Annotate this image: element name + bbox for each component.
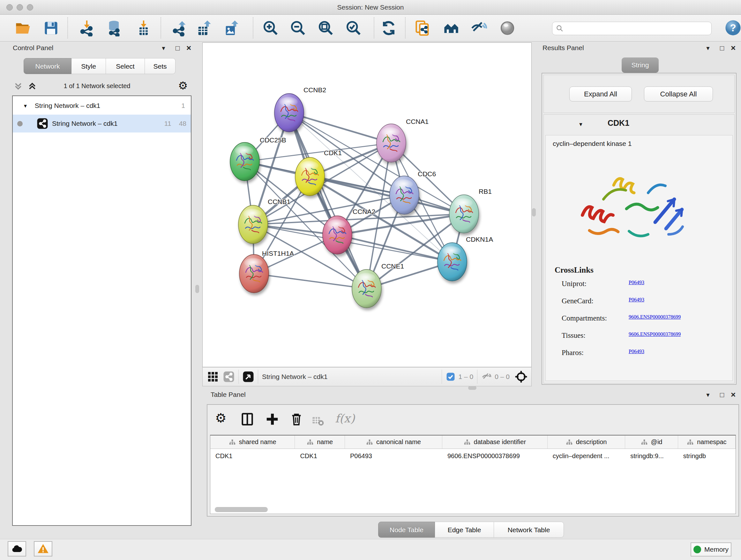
table-cell[interactable]: 9606.ENSP00000378699	[442, 449, 548, 463]
apply-layout-icon[interactable]	[381, 20, 397, 37]
table-header-cell[interactable]: @id	[625, 435, 678, 449]
network-graph[interactable]: CCNB2CCNA1CDC25BCDK1CDC6RB1CCNB1CCNA2CDK…	[203, 43, 531, 367]
table-cell[interactable]: CDK1	[210, 449, 295, 463]
add-column-icon[interactable]	[265, 412, 280, 427]
network-node-CDC25B[interactable]	[230, 142, 259, 181]
expand-all-button[interactable]: Expand All	[569, 86, 632, 102]
table-header-cell[interactable]: namespac	[678, 435, 736, 449]
network-edge[interactable]	[254, 273, 367, 289]
table-cell[interactable]: stringdb:9...	[625, 449, 678, 463]
node-table[interactable]: shared namenamecanonical namedatabase id…	[210, 435, 736, 514]
export-image-icon[interactable]	[223, 20, 240, 37]
save-session-icon[interactable]	[43, 20, 59, 37]
search-input[interactable]	[564, 25, 704, 32]
first-neighbors-icon[interactable]	[443, 20, 460, 37]
table-header-cell[interactable]: shared name	[210, 435, 295, 449]
tab-style[interactable]: Style	[71, 58, 106, 74]
new-network-from-selection-icon[interactable]	[414, 20, 431, 37]
table-options-gear-icon[interactable]: ⚙	[215, 411, 226, 425]
network-node-CDK1[interactable]	[295, 158, 325, 196]
import-network-icon[interactable]	[78, 20, 95, 37]
left-splitter-handle[interactable]	[195, 285, 199, 293]
tab-network-table[interactable]: Network Table	[494, 522, 564, 538]
selected-checkbox-icon[interactable]	[446, 372, 455, 381]
table-cell[interactable]: CDK1	[295, 449, 345, 463]
help-icon[interactable]: ?	[724, 19, 741, 37]
warning-icon[interactable]	[34, 541, 52, 557]
network-edge[interactable]	[289, 113, 367, 289]
network-node-CCNA2[interactable]	[323, 216, 352, 254]
crosslink-value-link[interactable]: P06493	[629, 349, 644, 354]
tab-node-table[interactable]: Node Table	[378, 522, 435, 538]
crosslink-value-link[interactable]: P06493	[629, 280, 644, 286]
network-node-CCNE1[interactable]	[352, 269, 381, 308]
grid-view-icon[interactable]	[207, 371, 219, 382]
function-builder-icon[interactable]: f(x)	[335, 412, 355, 425]
table-header-cell[interactable]: canonical name	[345, 435, 442, 449]
crosslink-value-link[interactable]: 9606.ENSP00000378699	[629, 314, 681, 320]
hidden-eye-icon[interactable]	[481, 371, 492, 382]
export-table-icon[interactable]	[196, 20, 212, 37]
panel-float-icon[interactable]: □	[720, 44, 724, 52]
crosshair-icon[interactable]	[515, 370, 528, 383]
export-network-icon[interactable]	[171, 20, 188, 37]
zoom-out-icon[interactable]	[290, 20, 307, 37]
hide-selected-icon[interactable]	[471, 20, 487, 37]
close-window-icon[interactable]	[6, 4, 13, 10]
collapse-triangle-icon[interactable]: ▼	[23, 103, 28, 109]
open-session-icon[interactable]	[15, 20, 31, 37]
horizontal-scrollbar[interactable]	[215, 507, 268, 512]
collapse-all-button[interactable]: Collapse All	[644, 86, 713, 102]
network-edge[interactable]	[337, 235, 452, 262]
network-options-gear-icon[interactable]: ⚙	[178, 79, 188, 92]
panel-close-icon[interactable]: ×	[731, 391, 736, 398]
network-node-CCNA1[interactable]	[377, 124, 406, 162]
network-node-HIST1H1A[interactable]	[239, 254, 269, 293]
network-node-CDKN1A[interactable]	[437, 243, 467, 281]
import-table-icon[interactable]	[135, 20, 152, 37]
panel-float-icon[interactable]: □	[176, 44, 180, 52]
tab-network[interactable]: Network	[23, 58, 71, 74]
cloud-icon[interactable]	[8, 541, 26, 557]
section-collapse-icon[interactable]: ▼	[578, 122, 583, 127]
crosslink-value-link[interactable]: P06493	[629, 297, 644, 303]
tab-edge-table[interactable]: Edge Table	[435, 522, 494, 538]
network-node-CDC6[interactable]	[390, 176, 419, 214]
minimize-window-icon[interactable]	[17, 4, 23, 10]
zoom-in-icon[interactable]	[262, 20, 279, 37]
panel-float-icon[interactable]: □	[720, 391, 724, 399]
import-network-database-icon[interactable]	[106, 20, 122, 37]
table-header-cell[interactable]: description	[548, 435, 625, 449]
tab-select[interactable]: Select	[106, 58, 145, 74]
maximize-window-icon[interactable]	[27, 4, 33, 10]
crosslink-value-link[interactable]: 9606.ENSP00000378699	[629, 331, 681, 337]
network-collection-row[interactable]: ▼ String Network – cdk1 1	[13, 97, 191, 115]
table-cell[interactable]: stringdb	[678, 449, 736, 463]
zoom-fit-icon[interactable]	[318, 20, 334, 37]
network-node-CCNB1[interactable]	[239, 205, 268, 244]
memory-button[interactable]: Memory	[690, 543, 731, 557]
panel-menu-icon[interactable]: ▼	[161, 45, 166, 52]
show-columns-icon[interactable]	[240, 412, 255, 427]
network-edge[interactable]	[289, 113, 391, 143]
tab-string[interactable]: String	[622, 57, 659, 73]
right-splitter-handle[interactable]	[532, 208, 536, 216]
panel-menu-icon[interactable]: ▼	[705, 45, 711, 52]
share-network-icon[interactable]	[223, 371, 234, 382]
panel-menu-icon[interactable]: ▼	[705, 392, 711, 398]
birdseye-view-icon[interactable]	[243, 371, 254, 382]
table-header-cell[interactable]: database identifier	[442, 435, 548, 449]
delete-column-icon[interactable]	[289, 412, 304, 427]
tab-sets[interactable]: Sets	[145, 58, 176, 74]
graphics-details-icon[interactable]	[499, 20, 516, 37]
panel-close-icon[interactable]: ×	[186, 45, 191, 51]
table-cell[interactable]: P06493	[345, 449, 442, 463]
table-cell[interactable]: cyclin–dependent ...	[548, 449, 625, 463]
network-view-canvas[interactable]: CCNB2CCNA1CDC25BCDK1CDC6RB1CCNB1CCNA2CDK…	[202, 43, 532, 367]
network-row-selected[interactable]: String Network – cdk1 11 48	[13, 115, 191, 132]
table-row[interactable]: CDK1CDK1P064939606.ENSP00000378699cyclin…	[210, 449, 736, 463]
panel-close-icon[interactable]: ×	[731, 45, 736, 51]
network-node-RB1[interactable]	[449, 195, 479, 233]
network-node-CCNB2[interactable]	[274, 94, 304, 132]
table-header-cell[interactable]: name	[295, 435, 345, 449]
